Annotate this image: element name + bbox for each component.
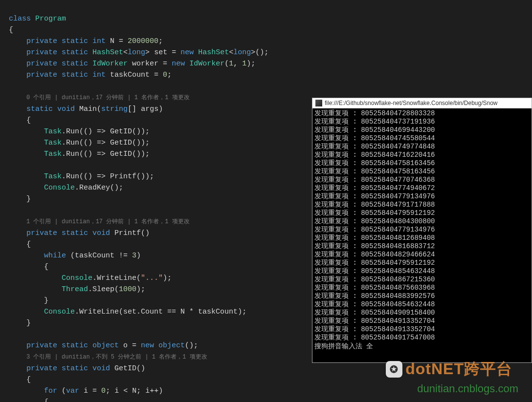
field: taskCount bbox=[110, 71, 150, 79]
type: Thread bbox=[62, 285, 88, 294]
args: 1 bbox=[229, 60, 233, 68]
type: Console bbox=[62, 274, 92, 282]
keyword-class: class bbox=[9, 15, 31, 23]
console-line: 发现重复项 : 805258404829466624 bbox=[314, 251, 529, 259]
console-line: 发现重复项 : 805258404917547008 bbox=[314, 334, 529, 342]
method: GetID() bbox=[114, 364, 145, 373]
console-line: 发现重复项 : 805258404728803328 bbox=[314, 109, 529, 118]
console-line: 发现重复项 : 805258404854632448 bbox=[314, 267, 529, 275]
watermark-text: dotNET跨平台 bbox=[405, 359, 512, 380]
type: HashSet bbox=[92, 48, 123, 57]
watermark-wechat: ✪ dotNET跨平台 bbox=[386, 359, 512, 380]
method: WriteLine bbox=[79, 308, 119, 316]
keyword: private static bbox=[26, 60, 88, 68]
console-line: 发现重复项 : 805258404770746368 bbox=[314, 176, 529, 184]
keyword: private static bbox=[26, 48, 88, 57]
console-line: 发现重复项 : 805258404816883712 bbox=[314, 242, 529, 251]
ime-bar: 搜狗拼音输入法 全 bbox=[314, 342, 529, 351]
keyword: for bbox=[44, 387, 57, 395]
console-line: 发现重复项 : 805258404745580544 bbox=[314, 134, 529, 143]
param: args bbox=[141, 105, 158, 113]
var: i bbox=[84, 387, 88, 395]
console-line: 发现重复项 : 805258404854632448 bbox=[314, 300, 529, 309]
console-line: 发现重复项 : 805258404699443200 bbox=[314, 126, 529, 134]
number: 0 bbox=[163, 71, 167, 79]
console-line: 发现重复项 : 805258404779134976 bbox=[314, 226, 529, 234]
console-line: 发现重复项 : 805258404758163456 bbox=[314, 159, 529, 168]
console-icon bbox=[315, 100, 322, 106]
console-line: 发现重复项 : 805258404791717888 bbox=[314, 201, 529, 209]
console-title-text: file:///E:/Github/snowflake-net/Snowflak… bbox=[325, 100, 498, 106]
console-window[interactable]: file:///E:/Github/snowflake-net/Snowflak… bbox=[312, 98, 532, 363]
console-line: 发现重复项 : 805258404779134976 bbox=[314, 192, 529, 201]
call: GetID() bbox=[110, 139, 141, 147]
keyword: var bbox=[66, 387, 79, 395]
codelens: 0 个引用 | dunitian，17 分钟前 | 1 名作者，1 项更改 bbox=[26, 94, 190, 101]
cond: taskCount bbox=[75, 252, 114, 260]
number: 0 bbox=[101, 387, 106, 395]
keyword: while bbox=[44, 252, 66, 260]
console-line: 发现重复项 : 805258404875603968 bbox=[314, 284, 529, 292]
number: 1000 bbox=[119, 285, 136, 294]
type: Console bbox=[44, 184, 75, 192]
type: string bbox=[101, 105, 128, 113]
console-line: 发现重复项 : 805258404867215360 bbox=[314, 275, 529, 284]
type: Task bbox=[44, 139, 62, 147]
generic: long bbox=[128, 48, 145, 57]
console-line: 发现重复项 : 805258404804300800 bbox=[314, 217, 529, 226]
keyword: new bbox=[180, 48, 194, 57]
console-line: 发现重复项 : 805258404795912192 bbox=[314, 209, 529, 217]
console-line: 发现重复项 : 805258404883992576 bbox=[314, 292, 529, 300]
console-line: 发现重复项 : 805258404737191936 bbox=[314, 118, 529, 126]
number: 3 bbox=[132, 252, 136, 260]
method: ReadKey() bbox=[79, 184, 119, 192]
call: Printf() bbox=[110, 172, 145, 181]
console-line: 发现重复项 : 805258404795912192 bbox=[314, 259, 529, 267]
string: "..." bbox=[141, 274, 163, 282]
field-n: N bbox=[110, 37, 114, 45]
keyword: private static void bbox=[26, 364, 110, 373]
console-line: 发现重复项 : 805258404716220416 bbox=[314, 151, 529, 159]
inc: i++ bbox=[145, 387, 158, 395]
type: IdWorker bbox=[92, 60, 128, 68]
cond: i < N bbox=[114, 387, 136, 395]
keyword: static void bbox=[26, 105, 75, 113]
type: Console bbox=[44, 308, 75, 316]
console-line: 发现重复项 : 805258404749774848 bbox=[314, 143, 529, 151]
field: set bbox=[154, 48, 167, 57]
expr: set.Count == N * taskCount bbox=[123, 308, 238, 316]
console-output[interactable]: 发现重复项 : 805258404728803328发现重复项 : 805258… bbox=[312, 108, 532, 362]
type: IdWorker bbox=[189, 60, 224, 68]
keyword: new object bbox=[141, 341, 185, 350]
codelens: 1 个引用 | dunitian，17 分钟前 | 1 名作者，1 项更改 bbox=[26, 218, 190, 225]
console-titlebar[interactable]: file:///E:/Github/snowflake-net/Snowflak… bbox=[312, 98, 532, 108]
call: GetID() bbox=[110, 127, 141, 136]
method: Run bbox=[66, 127, 79, 136]
generic: long bbox=[233, 48, 251, 57]
method: Main bbox=[79, 105, 97, 113]
class-name: Program bbox=[35, 15, 66, 23]
call: GetID() bbox=[110, 150, 141, 158]
watermark-blog: dunitian.cnblogs.com bbox=[417, 382, 518, 395]
keyword: new bbox=[172, 60, 185, 68]
console-line: 发现重复项 : 805258404913352704 bbox=[314, 317, 529, 325]
keyword: private static int bbox=[26, 37, 106, 45]
keyword: private static void bbox=[26, 229, 110, 237]
field: worker bbox=[132, 60, 158, 68]
method: Sleep bbox=[92, 285, 114, 294]
codelens: 3 个引用 | dunitian，不到 5 分钟之前 | 1 名作者，1 项更改 bbox=[26, 354, 207, 360]
console-line: 发现重复项 : 805258404758163456 bbox=[314, 168, 529, 176]
method: WriteLine bbox=[97, 274, 136, 282]
console-line: 发现重复项 : 805258404774940672 bbox=[314, 184, 529, 192]
method: Printf() bbox=[114, 229, 150, 237]
type: Task bbox=[44, 172, 62, 181]
args: 1 bbox=[242, 60, 246, 68]
console-line: 发现重复项 : 805258404812689408 bbox=[314, 234, 529, 242]
keyword: private static int bbox=[26, 71, 106, 79]
method: Run bbox=[66, 139, 79, 147]
type: HashSet bbox=[198, 48, 229, 57]
type: Task bbox=[44, 150, 62, 158]
type: Task bbox=[44, 127, 62, 136]
wechat-icon: ✪ bbox=[386, 361, 402, 378]
field: o bbox=[123, 341, 128, 350]
